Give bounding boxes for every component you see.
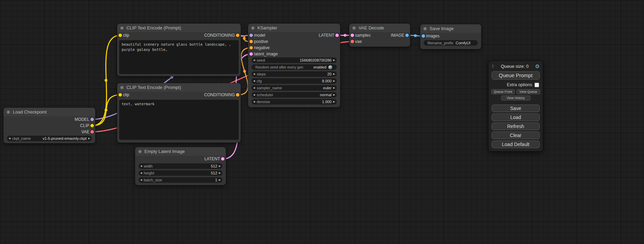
port-model-input[interactable] (249, 34, 253, 37)
arrow-right-icon[interactable]: ▶ (332, 99, 337, 105)
arrow-left-icon[interactable]: ◀ (252, 71, 257, 77)
slot-label-clip: clip (123, 92, 129, 97)
node-title-bar[interactable]: Empty Latent Image (135, 147, 226, 156)
collapse-dot[interactable] (138, 150, 142, 153)
node-ksampler[interactable]: KSampler model LATENT positive negative … (248, 24, 340, 107)
node-title: Save Image (430, 26, 453, 31)
slot-label-clip: CLIP (80, 123, 89, 128)
positive-prompt-textarea[interactable]: beautiful scenery nature glass bottle la… (119, 40, 239, 74)
refresh-button[interactable]: Refresh (492, 123, 540, 130)
node-save-image[interactable]: Save Image images filename_prefix ComfyU… (420, 24, 481, 49)
port-latent-output[interactable] (335, 34, 339, 37)
arrow-left-icon[interactable]: ◀ (252, 92, 257, 98)
widget-random-seed-toggle[interactable]: Random seed after every gen enabled (252, 64, 337, 70)
collapse-dot[interactable] (352, 26, 356, 30)
arrow-right-icon[interactable]: ▶ (217, 163, 222, 169)
slot-label-model: MODEL (74, 117, 89, 122)
port-latent-image-input[interactable] (249, 52, 253, 56)
arrow-left-icon[interactable]: ◀ (139, 170, 144, 176)
negative-prompt-textarea[interactable]: text, watermark (119, 100, 239, 140)
slot-label-positive: positive (254, 39, 268, 44)
clear-button[interactable]: Clear (492, 132, 540, 139)
save-button[interactable]: Save (492, 105, 540, 112)
port-samples-input[interactable] (351, 34, 354, 37)
node-title-bar[interactable]: CLIP Text Encode (Prompt) (117, 24, 241, 32)
arrow-right-icon[interactable]: ▶ (332, 92, 337, 98)
widget-width[interactable]: ◀ width 512 ▶ (139, 163, 222, 169)
node-title-bar[interactable]: VAE Decode (349, 24, 410, 32)
node-title-bar[interactable]: CLIP Text Encode (Prompt) (117, 83, 241, 92)
extra-options-checkbox[interactable] (535, 83, 539, 87)
arrow-right-icon[interactable]: ▶ (332, 71, 337, 77)
widget-name: Random seed after every gen (255, 65, 314, 69)
arrow-right-icon[interactable]: ▶ (87, 136, 92, 141)
arrow-left-icon[interactable]: ◀ (139, 177, 144, 183)
input-slot-latent-image: latent_image (248, 51, 340, 57)
drag-handle-icon[interactable] (492, 64, 494, 68)
port-images-input[interactable] (422, 34, 425, 38)
port-conditioning-output[interactable] (236, 93, 239, 97)
port-clip-output[interactable] (90, 124, 94, 127)
widget-ckpt-name[interactable]: ◀ ckpt_name v1-5-pruned-emaonly.ckpt ▶ (7, 136, 92, 141)
widget-seed[interactable]: ◀ seed 156680208700286 ▶ (252, 57, 337, 63)
slot-label-conditioning: CONDITIONING (204, 92, 235, 97)
node-title-bar[interactable]: Load Checkpoint (3, 108, 95, 116)
port-negative-input[interactable] (249, 46, 253, 49)
queue-front-button[interactable]: Queue Front (491, 89, 515, 94)
arrow-left-icon[interactable]: ◀ (252, 99, 257, 105)
widget-sampler-name[interactable]: ◀ sampler_name euler ▶ (252, 85, 337, 91)
port-image-output[interactable] (405, 34, 409, 37)
port-positive-input[interactable] (249, 40, 253, 43)
widget-value: normal (320, 93, 332, 97)
port-conditioning-output[interactable] (236, 34, 239, 37)
node-load-checkpoint[interactable]: Load Checkpoint MODEL CLIP VAE ◀ ckpt_na… (3, 108, 95, 143)
node-title-bar[interactable]: KSampler (248, 24, 340, 32)
arrow-right-icon[interactable]: ▶ (332, 78, 337, 84)
arrow-left-icon[interactable]: ◀ (252, 85, 257, 91)
view-queue-button[interactable]: View Queue (517, 89, 540, 94)
arrow-right-icon[interactable]: ▶ (217, 170, 222, 176)
input-slot-images: images (420, 33, 481, 39)
collapse-dot[interactable] (7, 110, 10, 114)
arrow-left-icon[interactable]: ◀ (139, 163, 144, 169)
collapse-dot[interactable] (251, 26, 255, 30)
view-history-button[interactable]: View History (501, 96, 530, 100)
settings-gear-icon[interactable]: ⚙ (535, 64, 540, 69)
queue-prompt-button[interactable]: Queue Prompt (492, 71, 540, 80)
toggle-knob[interactable] (328, 65, 332, 69)
arrow-left-icon[interactable]: ◀ (252, 78, 257, 84)
extra-options-row: Extra options (488, 82, 543, 87)
collapse-dot[interactable] (120, 86, 124, 89)
widget-batch-size[interactable]: ◀ batch_size 1 ▶ (139, 177, 222, 183)
port-clip-input[interactable] (118, 93, 122, 97)
widget-scheduler[interactable]: ◀ scheduler normal ▶ (252, 92, 337, 98)
input-slot-negative: negative (248, 45, 340, 51)
port-clip-input[interactable] (118, 34, 122, 37)
widget-filename-prefix[interactable]: filename_prefix ComfyUI (424, 40, 478, 46)
load-default-button[interactable]: Load Default (492, 141, 540, 148)
arrow-right-icon[interactable]: ▶ (332, 57, 337, 63)
port-latent-output[interactable] (221, 157, 224, 161)
node-vae-decode[interactable]: VAE Decode samples IMAGE vae (349, 24, 410, 47)
collapse-dot[interactable] (120, 26, 124, 30)
link-midpoint-dot (414, 34, 417, 37)
slot-row: model LATENT (248, 32, 340, 38)
widget-steps[interactable]: ◀ steps 20 ▶ (252, 71, 337, 77)
port-vae-input[interactable] (351, 40, 354, 43)
load-button[interactable]: Load (492, 114, 540, 121)
node-clip-text-encode-negative[interactable]: CLIP Text Encode (Prompt) clip CONDITION… (117, 83, 241, 143)
arrow-right-icon[interactable]: ▶ (332, 85, 337, 91)
collapse-dot[interactable] (423, 27, 427, 30)
widget-denoise[interactable]: ◀ denoise 1.000 ▶ (252, 99, 337, 105)
widget-value: v1-5-pruned-emaonly.ckpt (43, 136, 87, 141)
widget-cfg[interactable]: ◀ cfg 8.000 ▶ (252, 78, 337, 84)
node-clip-text-encode-positive[interactable]: CLIP Text Encode (Prompt) clip CONDITION… (117, 24, 241, 76)
arrow-right-icon[interactable]: ▶ (217, 177, 222, 183)
arrow-left-icon[interactable]: ◀ (252, 57, 257, 63)
port-model-output[interactable] (90, 118, 94, 121)
arrow-left-icon[interactable]: ◀ (7, 136, 12, 141)
widget-height[interactable]: ◀ height 512 ▶ (139, 170, 222, 176)
port-vae-output[interactable] (90, 130, 94, 134)
node-title-bar[interactable]: Save Image (420, 24, 481, 33)
node-empty-latent-image[interactable]: Empty Latent Image LATENT ◀ width 512 ▶ … (135, 147, 226, 185)
